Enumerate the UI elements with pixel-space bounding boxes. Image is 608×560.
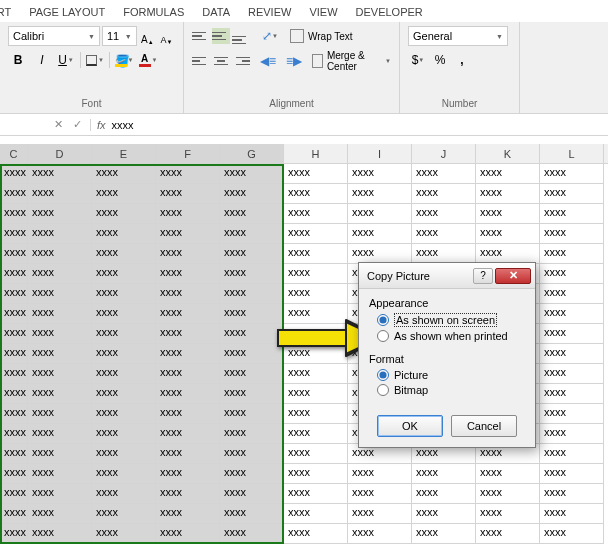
cell[interactable]: xxxx: [28, 264, 92, 284]
cell[interactable]: xxxx: [476, 224, 540, 244]
cell[interactable]: xxxx: [412, 244, 476, 264]
cell[interactable]: xxxx: [92, 184, 156, 204]
enter-icon[interactable]: ✓: [73, 118, 82, 131]
cell[interactable]: xxxx: [92, 204, 156, 224]
cell[interactable]: xxxx: [220, 244, 284, 264]
cell[interactable]: xxxx: [284, 424, 348, 444]
cell[interactable]: xxxx: [476, 164, 540, 184]
italic-button[interactable]: I: [32, 50, 52, 70]
cell[interactable]: xxxx: [220, 264, 284, 284]
fx-button[interactable]: fx: [90, 119, 106, 131]
cell[interactable]: xxxx: [0, 284, 28, 304]
cell[interactable]: xxxx: [92, 444, 156, 464]
cell[interactable]: xxxx: [156, 264, 220, 284]
cell[interactable]: xxxx: [540, 384, 604, 404]
cell[interactable]: xxxx: [28, 304, 92, 324]
decrease-indent-button[interactable]: ◀≡: [260, 51, 276, 71]
underline-button[interactable]: U▼: [56, 50, 76, 70]
cell[interactable]: xxxx: [0, 164, 28, 184]
cell[interactable]: xxxx: [0, 184, 28, 204]
cell[interactable]: xxxx: [92, 244, 156, 264]
cell[interactable]: xxxx: [220, 464, 284, 484]
cell[interactable]: xxxx: [412, 184, 476, 204]
cell[interactable]: xxxx: [156, 364, 220, 384]
cell[interactable]: xxxx: [28, 184, 92, 204]
col-header[interactable]: D: [28, 144, 92, 163]
cell[interactable]: xxxx: [156, 524, 220, 544]
cell[interactable]: xxxx: [348, 204, 412, 224]
cell[interactable]: xxxx: [284, 344, 348, 364]
cell[interactable]: xxxx: [284, 184, 348, 204]
cell[interactable]: xxxx: [540, 524, 604, 544]
col-header[interactable]: I: [348, 144, 412, 163]
cell[interactable]: xxxx: [348, 484, 412, 504]
radio-picture[interactable]: Picture: [377, 369, 525, 381]
cell[interactable]: xxxx: [156, 464, 220, 484]
cell[interactable]: xxxx: [412, 224, 476, 244]
col-header[interactable]: H: [284, 144, 348, 163]
merge-center-button[interactable]: Merge & Center▼: [312, 50, 391, 72]
cell[interactable]: xxxx: [412, 504, 476, 524]
cell[interactable]: xxxx: [540, 224, 604, 244]
dialog-titlebar[interactable]: Copy Picture ? ✕: [359, 263, 535, 289]
cell[interactable]: xxxx: [540, 304, 604, 324]
cell[interactable]: xxxx: [92, 264, 156, 284]
cell[interactable]: xxxx: [220, 424, 284, 444]
cell[interactable]: xxxx: [540, 504, 604, 524]
cell[interactable]: xxxx: [348, 464, 412, 484]
cell[interactable]: xxxx: [28, 164, 92, 184]
wrap-text-button[interactable]: Wrap Text: [290, 29, 353, 43]
font-name-select[interactable]: Calibri▼: [8, 26, 100, 46]
cell[interactable]: xxxx: [156, 504, 220, 524]
cell[interactable]: xxxx: [0, 504, 28, 524]
cell[interactable]: xxxx: [540, 324, 604, 344]
cell[interactable]: xxxx: [0, 484, 28, 504]
fill-color-button[interactable]: 🪣▼: [114, 50, 134, 70]
cell[interactable]: xxxx: [0, 344, 28, 364]
cell[interactable]: xxxx: [28, 484, 92, 504]
cell[interactable]: xxxx: [284, 324, 348, 344]
align-middle-button[interactable]: [212, 28, 230, 44]
cell[interactable]: xxxx: [540, 164, 604, 184]
cell[interactable]: xxxx: [0, 244, 28, 264]
cell[interactable]: xxxx: [540, 344, 604, 364]
cell[interactable]: xxxx: [0, 524, 28, 544]
cell[interactable]: xxxx: [220, 284, 284, 304]
cell[interactable]: xxxx: [284, 264, 348, 284]
cell[interactable]: xxxx: [0, 204, 28, 224]
increase-font-icon[interactable]: A▲: [139, 27, 156, 45]
cell[interactable]: xxxx: [348, 244, 412, 264]
cell[interactable]: xxxx: [28, 284, 92, 304]
bold-button[interactable]: B: [8, 50, 28, 70]
cell[interactable]: xxxx: [92, 424, 156, 444]
cell[interactable]: xxxx: [220, 184, 284, 204]
cell[interactable]: xxxx: [220, 204, 284, 224]
cell[interactable]: xxxx: [92, 284, 156, 304]
cell[interactable]: xxxx: [28, 504, 92, 524]
cell[interactable]: xxxx: [348, 184, 412, 204]
cell[interactable]: xxxx: [412, 164, 476, 184]
col-header[interactable]: G: [220, 144, 284, 163]
col-header[interactable]: C: [0, 144, 28, 163]
number-format-select[interactable]: General▼: [408, 26, 508, 46]
cell[interactable]: xxxx: [284, 204, 348, 224]
cell[interactable]: xxxx: [220, 304, 284, 324]
tab-page-layout[interactable]: PAGE LAYOUT: [29, 6, 105, 18]
cell[interactable]: xxxx: [220, 164, 284, 184]
cell[interactable]: xxxx: [540, 204, 604, 224]
align-right-button[interactable]: [232, 53, 250, 69]
cell[interactable]: xxxx: [540, 244, 604, 264]
cell[interactable]: xxxx: [476, 524, 540, 544]
cell[interactable]: xxxx: [0, 424, 28, 444]
cell[interactable]: xxxx: [156, 164, 220, 184]
tab-view[interactable]: VIEW: [309, 6, 337, 18]
cell[interactable]: xxxx: [28, 424, 92, 444]
cell[interactable]: xxxx: [156, 404, 220, 424]
cell[interactable]: xxxx: [28, 344, 92, 364]
cell[interactable]: xxxx: [284, 524, 348, 544]
cell[interactable]: xxxx: [92, 504, 156, 524]
cell[interactable]: xxxx: [412, 204, 476, 224]
cell[interactable]: xxxx: [476, 184, 540, 204]
cell[interactable]: xxxx: [0, 404, 28, 424]
cell[interactable]: xxxx: [284, 304, 348, 324]
